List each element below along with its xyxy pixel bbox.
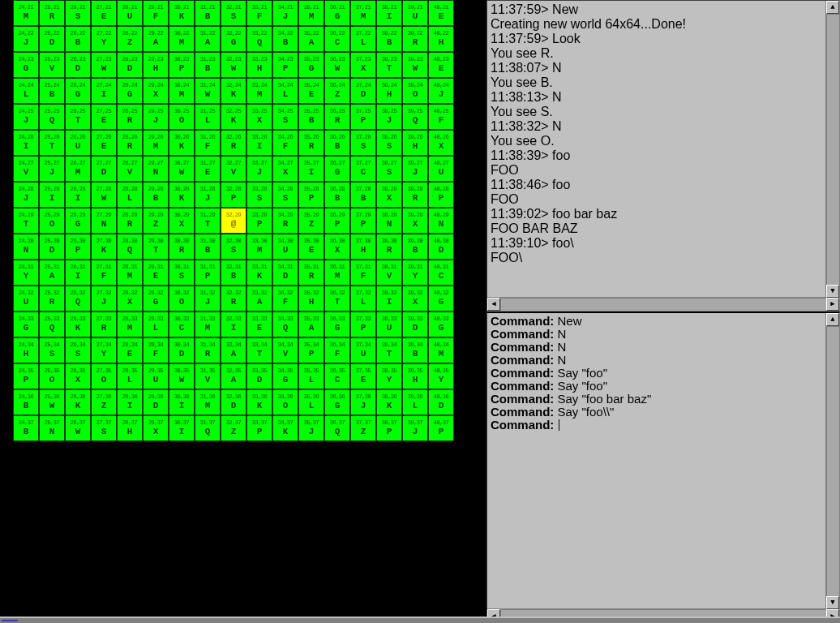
map-cell[interactable]: 33,26I [246, 130, 272, 156]
map-cell[interactable]: 33,33E [246, 312, 272, 337]
map-cell[interactable]: 40,30D [428, 234, 454, 260]
map-cell[interactable]: 29,23H [143, 52, 169, 78]
map-cell[interactable]: 35,28P [298, 182, 324, 208]
map-cell[interactable]: 27,23W [91, 52, 117, 78]
map-cell[interactable]: 30,36I [169, 389, 195, 415]
map-cell[interactable]: 29,27N [143, 156, 169, 182]
scroll-down-icon[interactable]: ▼ [826, 596, 839, 609]
map-cell[interactable]: 27,31F [91, 260, 117, 286]
map-cell[interactable]: 30,27W [169, 156, 195, 182]
map-cell[interactable]: 32,28P [221, 182, 246, 208]
map-cell[interactable]: 27,25E [91, 104, 117, 130]
map-cell[interactable]: 40,35Y [428, 363, 454, 389]
map-cell[interactable]: 36,31M [324, 260, 350, 286]
map-cell[interactable]: 24,34H [13, 337, 39, 363]
map-cell[interactable]: 31,28J [195, 182, 221, 208]
map-cell[interactable]: 32,22G [221, 26, 246, 52]
map-cell[interactable]: 34,37K [272, 415, 298, 441]
map-cell[interactable]: 25,24B [39, 78, 65, 104]
map-cell[interactable]: 27,35O [91, 363, 117, 389]
map-cell[interactable]: 26,22B [65, 26, 91, 52]
map-cell[interactable]: 39,21U [402, 0, 428, 26]
map-cell[interactable]: 25,23V [39, 52, 65, 78]
map-cell[interactable]: 36,35C [324, 363, 350, 389]
map-cell[interactable]: 28,27V [117, 156, 143, 182]
map-cell[interactable]: 38,21I [376, 0, 402, 26]
map-cell[interactable]: 25,28I [39, 182, 65, 208]
map-cell[interactable]: 25,37N [39, 415, 65, 441]
map-cell[interactable]: 31,34R [195, 337, 221, 363]
map-cell[interactable]: 30,33C [169, 312, 195, 337]
map-cell[interactable]: 26,31I [65, 260, 91, 286]
map-cell[interactable]: 40,22H [428, 26, 454, 52]
map-cell[interactable]: 29,34F [143, 337, 169, 363]
map-cell[interactable]: 37,31F [350, 260, 376, 286]
map-cell[interactable]: 24,21M [13, 0, 39, 26]
map-cell[interactable]: 37,23X [350, 52, 376, 78]
map-cell[interactable]: 34,32F [272, 286, 298, 312]
command-input-line[interactable]: Command: [491, 419, 836, 432]
map-cell[interactable]: 29,37X [143, 415, 169, 441]
map-cell[interactable]: 39,23W [402, 52, 428, 78]
map-cell[interactable]: 39,30B [402, 234, 428, 260]
map-cell[interactable]: 37,24D [350, 78, 376, 104]
map-cell[interactable]: 24,37B [13, 415, 39, 441]
map-cell[interactable]: 28,29R [117, 208, 143, 234]
map-cell[interactable]: 39,34B [402, 337, 428, 363]
map-cell[interactable]: 33,25X [246, 104, 272, 130]
map-cell[interactable]: 35,26R [298, 130, 324, 156]
map-cell[interactable]: 29,26M [143, 130, 169, 156]
map-cell[interactable]: 28,37H [117, 415, 143, 441]
map-cell[interactable]: 31,27E [195, 156, 221, 182]
map-cell[interactable]: 26,32Q [65, 286, 91, 312]
map-cell[interactable]: 30,34D [169, 337, 195, 363]
scroll-left-icon[interactable]: ◀ [487, 298, 500, 311]
map-cell[interactable]: 30,30R [169, 234, 195, 260]
map-cell[interactable]: 34,31D [272, 260, 298, 286]
map-cell[interactable]: 37,37Z [350, 415, 376, 441]
map-cell[interactable]: 32,36D [221, 389, 246, 415]
map-cell[interactable]: 26,28I [65, 182, 91, 208]
map-cell[interactable]: 39,32X [402, 286, 428, 312]
map-grid[interactable]: 24,21M25,21R26,21S27,21E28,21U29,21F30,2… [13, 0, 454, 441]
map-cell[interactable]: 39,25Q [402, 104, 428, 130]
map-cell[interactable]: 36,21G [324, 0, 350, 26]
map-cell[interactable]: 37,27C [350, 156, 376, 182]
map-cell[interactable]: 36,32T [324, 286, 350, 312]
map-cell[interactable]: 34,27X [272, 156, 298, 182]
map-cell[interactable]: 39,29X [402, 208, 428, 234]
map-cell[interactable]: 33,34T [246, 337, 272, 363]
map-cell[interactable]: 24,29T [13, 208, 39, 234]
map-cell[interactable]: 32,35A [221, 363, 246, 389]
map-cell[interactable]: 25,34S [39, 337, 65, 363]
map-cell[interactable]: 37,33P [350, 312, 376, 337]
map-cell[interactable]: 40,31C [428, 260, 454, 286]
map-cell[interactable]: 37,32L [350, 286, 376, 312]
map-cell[interactable]: 31,36M [195, 389, 221, 415]
map-cell[interactable]: 39,35H [402, 363, 428, 389]
map-cell[interactable]: 31,31P [195, 260, 221, 286]
map-cell[interactable]: 30,28K [169, 182, 195, 208]
map-cell[interactable]: 33,37P [246, 415, 272, 441]
map-cell[interactable]: 40,26X [428, 130, 454, 156]
map-cell[interactable]: 27,34Y [91, 337, 117, 363]
map-cell[interactable]: 35,37J [298, 415, 324, 441]
map-cell[interactable]: 34,30U [272, 234, 298, 260]
map-cell[interactable]: 26,21S [65, 0, 91, 26]
map-cell[interactable]: 32,33I [221, 312, 246, 337]
map-cell[interactable]: 26,25T [65, 104, 91, 130]
map-cell[interactable]: 39,36L [402, 389, 428, 415]
map-cell[interactable]: 24,27V [13, 156, 39, 182]
map-cell[interactable]: 30,23P [169, 52, 195, 78]
map-cell[interactable]: 31,24W [195, 78, 221, 104]
map-cell[interactable]: 25,21R [39, 0, 65, 26]
map-cell[interactable]: 24,26I [13, 130, 39, 156]
map-cell[interactable]: 35,27I [298, 156, 324, 182]
map-cell[interactable]: 26,30P [65, 234, 91, 260]
map-cell[interactable]: 31,37Q [195, 415, 221, 441]
map-cell[interactable]: 35,22A [298, 26, 324, 52]
map-cell[interactable]: 40,37P [428, 415, 454, 441]
scroll-vtrack[interactable] [826, 326, 839, 597]
map-cell[interactable]: 38,36K [376, 389, 402, 415]
map-cell[interactable]: 25,22D [39, 26, 65, 52]
